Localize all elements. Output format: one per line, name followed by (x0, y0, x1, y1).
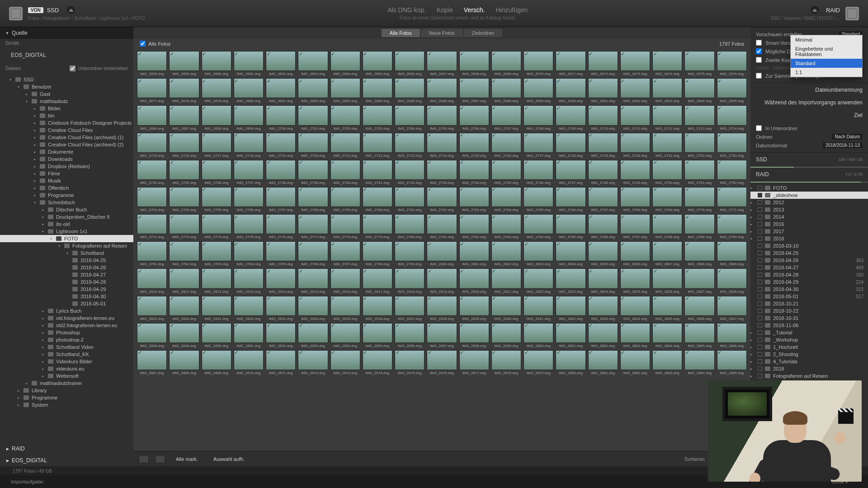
thumbnail[interactable]: ✓IMG_2808.dng (684, 241, 714, 266)
thumbnail[interactable]: ✓IMG_2753.dng (137, 187, 167, 212)
thumbnail[interactable]: ✓IMG_2666.dng (395, 51, 425, 76)
thumbnail[interactable]: ✓IMG_2848.dng (137, 323, 167, 348)
tree-item[interactable]: ▸videokurs.eu (0, 365, 133, 372)
thumbnail[interactable]: ✓IMG_2690.dng (556, 78, 585, 103)
thumbnail[interactable]: ✓IMG_2876.dng (427, 350, 457, 375)
thumbnail[interactable]: ✓IMG_2795.dng (266, 241, 296, 266)
check-icon[interactable]: ✓ (460, 268, 464, 274)
thumbnail[interactable]: ✓IMG_2849.dng (169, 323, 199, 348)
check-icon[interactable]: ✓ (234, 296, 238, 301)
tree-item[interactable]: ▸Wettersoft (0, 372, 133, 380)
check-icon[interactable]: ✓ (170, 241, 174, 247)
check-icon[interactable]: ✓ (524, 105, 528, 111)
thumbnail[interactable]: ✓IMG_2810.dng (137, 268, 167, 293)
organize-row[interactable]: OrdnenNach Datum (756, 132, 863, 141)
thumbnail[interactable]: ✓IMG_2843.dng (588, 296, 618, 321)
folder-checkbox[interactable] (758, 229, 762, 234)
no-duplicates-checkbox[interactable] (756, 48, 762, 54)
check-icon[interactable]: ✓ (428, 105, 432, 111)
tree-item[interactable]: ▸Library (0, 387, 133, 394)
check-icon[interactable]: ✓ (363, 241, 367, 247)
tree-item[interactable]: ▸Öffentlich (0, 184, 133, 192)
thumbnail[interactable]: ✓IMG_2706.dng (459, 105, 489, 130)
thumbnail[interactable]: ✓IMG_2776.dng (266, 214, 296, 239)
check-icon[interactable]: ✓ (396, 187, 400, 192)
thumbnail[interactable]: ✓IMG_2842.dng (556, 296, 585, 321)
check-icon[interactable]: ✓ (653, 214, 657, 220)
thumbnail[interactable]: ✓IMG_2754.dng (169, 187, 199, 212)
thumbnail[interactable]: ✓IMG_2749.dng (620, 160, 650, 185)
check-icon[interactable]: ✓ (138, 132, 142, 138)
eject-icon[interactable]: ⏏ (67, 6, 75, 14)
check-icon[interactable]: ✓ (170, 350, 174, 356)
tab-new-photos[interactable]: Neue Fotos (421, 29, 463, 37)
dest-tree-item[interactable]: ▸Fotografieren auf Reisen (750, 372, 868, 380)
thumbnail[interactable]: ✓IMG_2859.dng (491, 323, 521, 348)
thumbnail[interactable]: ✓IMG_2775.dng (234, 214, 264, 239)
thumbnail[interactable]: ✓IMG_2856.dng (395, 323, 425, 348)
dest-tree-item[interactable]: 2018-10-21 (750, 300, 868, 307)
tree-item[interactable]: ▾Benutzer (0, 83, 133, 90)
check-icon[interactable]: ✓ (267, 241, 271, 247)
check-icon[interactable]: ✓ (138, 105, 142, 111)
check-icon[interactable]: ✓ (621, 78, 625, 84)
check-icon[interactable]: ✓ (685, 350, 689, 356)
check-icon[interactable]: ✓ (589, 323, 593, 328)
subfolder[interactable]: In Unterordner (756, 124, 863, 132)
thumbnail[interactable]: ✓IMG_2857.dng (427, 323, 457, 348)
thumbnail[interactable]: ✓IMG_2728.dng (556, 133, 585, 158)
dest-tree-item[interactable]: ▸4_Tutorials (750, 358, 868, 365)
thumbnail[interactable]: ✓IMG_2853.dng (298, 323, 328, 348)
drive-header[interactable]: RAID7,5 / 8 TB (750, 168, 868, 180)
check-icon[interactable]: ✓ (717, 214, 722, 220)
check-icon[interactable]: ✓ (685, 296, 689, 301)
check-icon[interactable]: ✓ (621, 105, 625, 111)
thumbnail[interactable]: ✓IMG_2731.dng (652, 133, 682, 158)
tree-item[interactable]: 2018-04-27 (0, 271, 133, 278)
check-icon[interactable]: ✓ (492, 214, 496, 220)
thumbnail[interactable]: ✓IMG_2855.dng (363, 323, 392, 348)
tree-item[interactable]: ▸System (0, 401, 133, 408)
thumbnail[interactable]: ✓IMG_2661.dng (234, 51, 264, 76)
thumbnail[interactable]: ✓IMG_2698.dng (202, 105, 231, 130)
source-tree[interactable]: ▾SSD▾Benutzer▸Gast▾matthiasbutz▸Bilder▸b… (0, 74, 133, 443)
check-icon[interactable]: ✓ (202, 241, 206, 247)
thumbnail[interactable]: ✓IMG_2840.dng (491, 296, 521, 321)
thumbnail[interactable]: ✓IMG_2707.dng (491, 105, 521, 130)
check-icon[interactable]: ✓ (138, 187, 142, 192)
check-icon[interactable]: ✓ (170, 160, 174, 165)
check-icon[interactable]: ✓ (396, 268, 400, 274)
loupe-view-button[interactable] (155, 455, 165, 463)
check-icon[interactable]: ✓ (621, 241, 625, 247)
check-icon[interactable]: ✓ (299, 187, 303, 192)
check-icon[interactable]: ✓ (492, 323, 496, 328)
check-icon[interactable]: ✓ (492, 187, 496, 192)
check-icon[interactable]: ✓ (557, 268, 561, 274)
thumbnail[interactable]: ✓IMG_2826.dng (652, 268, 682, 293)
tree-item[interactable]: ▸Dropbox (Redsam) (0, 163, 133, 170)
check-icon[interactable]: ✓ (460, 214, 464, 220)
folder-checkbox[interactable] (758, 244, 762, 248)
check-icon[interactable]: ✓ (267, 268, 271, 274)
previews-dropdown[interactable]: MinimalEingebettete und FilialdateienSta… (790, 35, 863, 77)
thumbnail[interactable]: ✓IMG_2825.dng (620, 268, 650, 293)
check-icon[interactable]: ✓ (202, 132, 206, 138)
check-icon[interactable]: ✓ (138, 241, 142, 247)
include-subfolders-checkbox[interactable] (70, 66, 75, 71)
tree-item[interactable]: ▸Programme (0, 394, 133, 401)
check-icon[interactable]: ✓ (653, 350, 657, 356)
folder-checkbox[interactable] (758, 193, 762, 197)
thumbnail[interactable]: ✓IMG_2785.dng (556, 214, 585, 239)
check-icon[interactable]: ✓ (589, 132, 593, 138)
check-icon[interactable]: ✓ (202, 105, 206, 111)
check-icon[interactable]: ✓ (331, 323, 335, 328)
thumbnail[interactable]: ✓IMG_2837.dng (395, 296, 425, 321)
thumbnail[interactable]: ✓IMG_2715.dng (137, 133, 167, 158)
thumbnail[interactable]: ✓IMG_2658.dng (137, 51, 167, 76)
thumbnail[interactable]: ✓IMG_2659.dng (169, 51, 199, 76)
check-icon[interactable]: ✓ (621, 268, 625, 274)
check-icon[interactable]: ✓ (428, 214, 432, 220)
check-icon[interactable]: ✓ (170, 214, 174, 220)
check-icon[interactable]: ✓ (331, 187, 335, 192)
thumbnail[interactable]: ✓IMG_2695.dng (717, 78, 747, 103)
